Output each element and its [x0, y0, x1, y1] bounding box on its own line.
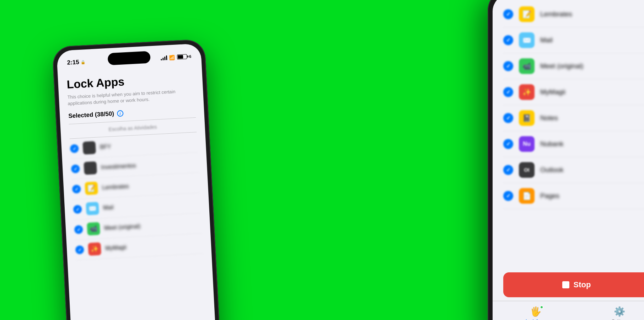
app-check [503, 165, 513, 175]
app-icon: ✉️ [519, 32, 535, 48]
app-name: Pages [540, 192, 559, 200]
app-name: Nubank [540, 140, 564, 148]
right-phone-screen: 📝 Lembrates ✉️ Mail 📹 Meet (original) ✨ [493, 0, 644, 320]
right-phone: 📝 Lembrates ✉️ Mail 📹 Meet (original) ✨ [488, 0, 644, 320]
tab-bar: 🖐️ Lock Apps ⚙️ Settings [493, 301, 644, 320]
list-item[interactable]: 📓 Notes [503, 105, 644, 131]
app-name: Meet (original) [540, 62, 583, 70]
app-icon [82, 141, 96, 155]
app-icon: 📝 [85, 182, 98, 195]
active-dot [540, 305, 543, 309]
app-check [73, 205, 82, 214]
app-icon: 📝 [519, 6, 535, 22]
app-icon: Nu [519, 136, 535, 152]
list-item[interactable]: ✨ MyMagii [503, 79, 644, 105]
app-check [71, 165, 80, 174]
tab-settings[interactable]: ⚙️ Settings [612, 306, 627, 320]
app-icon: ✨ [88, 242, 101, 256]
list-item[interactable]: 📝 Lembrates [503, 1, 644, 27]
app-name: MyMagii [540, 88, 565, 96]
left-phone-screen: 2:15 🔒 📶 6 Lock Apps This choice i [57, 43, 217, 320]
app-name: BFY [100, 144, 111, 151]
stop-icon [562, 281, 569, 288]
tab-lock-apps[interactable]: 🖐️ Lock Apps [526, 306, 545, 320]
app-name: Lembrates [102, 183, 129, 191]
app-icon: ✉️ [86, 202, 99, 215]
app-list-left: BFY Investimentos 📝 Lembrates ✉️ Mail [61, 132, 211, 261]
lock-icon: 🔒 [80, 60, 86, 65]
status-icons-left: 📶 6 [161, 54, 192, 60]
app-name: Lembrates [540, 10, 572, 18]
app-check [503, 9, 513, 19]
app-check [503, 87, 513, 97]
lock-apps-tab-icon: 🖐️ [530, 306, 541, 317]
battery-percent: 6 [189, 54, 192, 58]
app-check [74, 225, 83, 234]
list-item[interactable]: 📹 Meet (original) [503, 53, 644, 79]
app-icon [84, 161, 97, 175]
app-name: Investimentos [101, 162, 136, 171]
app-check [70, 144, 79, 153]
app-icon: 📹 [519, 58, 535, 74]
app-icon: 📹 [87, 222, 100, 236]
info-icon[interactable]: i [117, 110, 123, 117]
wifi-icon: 📶 [169, 54, 175, 60]
app-check [503, 61, 513, 71]
blur-overlay [69, 290, 217, 320]
settings-tab-icon: ⚙️ [614, 306, 625, 317]
stop-label: Stop [574, 280, 591, 289]
battery-icon [177, 54, 187, 59]
list-item[interactable]: Nu Nubank [503, 131, 644, 157]
app-check [503, 113, 513, 123]
signal-bars [161, 55, 167, 60]
app-icon: 📓 [519, 110, 535, 126]
app-name: Mail [540, 36, 553, 44]
app-name: Outlook [540, 166, 563, 174]
list-item[interactable]: 📄 Pages [503, 183, 644, 209]
left-phone: 2:15 🔒 📶 6 Lock Apps This choice i [52, 39, 222, 320]
app-icon: Ot [519, 162, 535, 178]
app-icon: ✨ [519, 84, 535, 100]
status-time-left: 2:15 🔒 [67, 58, 86, 66]
battery-fill [178, 55, 183, 59]
app-name: Mail [103, 204, 114, 212]
lock-apps-tab-label: Lock Apps [526, 319, 545, 320]
stop-button[interactable]: Stop [503, 272, 644, 297]
app-icon: 📄 [519, 188, 535, 204]
app-check [503, 139, 513, 149]
dynamic-island-left [107, 51, 151, 65]
list-item[interactable]: Ot Outlook [503, 157, 644, 183]
app-check [503, 35, 513, 45]
list-item[interactable]: ✉️ Mail [503, 27, 644, 53]
app-name: Meet (original) [104, 223, 141, 231]
app-check [72, 185, 81, 194]
app-check [75, 245, 84, 254]
stop-button-container: Stop [503, 272, 644, 297]
app-list-right: 📝 Lembrates ✉️ Mail 📹 Meet (original) ✨ [493, 0, 644, 209]
app-name: MyMagii [105, 244, 127, 252]
app-check [503, 191, 513, 201]
right-screen-content: 📝 Lembrates ✉️ Mail 📹 Meet (original) ✨ [493, 0, 644, 320]
settings-tab-label: Settings [612, 319, 627, 320]
left-screen-content: Lock Apps This choice is helpful when yo… [58, 64, 217, 320]
app-name: Notes [540, 114, 558, 122]
